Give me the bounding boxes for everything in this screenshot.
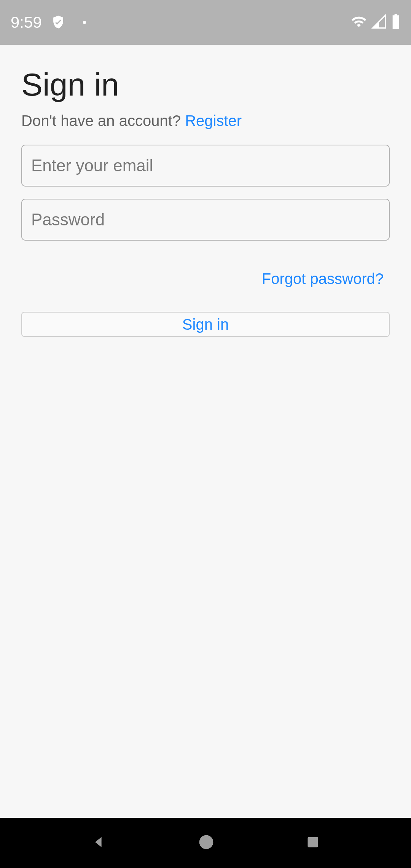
wifi-icon: [351, 14, 367, 31]
register-prompt-text: Don't have an account?: [21, 112, 185, 129]
email-field[interactable]: [21, 145, 390, 187]
forgot-password-link[interactable]: Forgot password?: [262, 270, 384, 287]
signin-button-label: Sign in: [182, 316, 229, 333]
status-left: 9:59: [11, 13, 86, 32]
nav-recent-button[interactable]: [306, 835, 320, 850]
nav-home-button[interactable]: [198, 834, 215, 852]
navigation-bar: [0, 818, 411, 868]
status-bar: 9:59: [0, 0, 411, 45]
shield-icon: [51, 14, 65, 30]
battery-icon: [391, 14, 400, 31]
main-content: Sign in Don't have an account? Register …: [0, 45, 411, 818]
signin-button[interactable]: Sign in: [21, 312, 390, 337]
password-field[interactable]: [21, 199, 390, 241]
status-right: [351, 14, 400, 31]
register-link[interactable]: Register: [185, 112, 242, 129]
svg-rect-1: [308, 837, 318, 847]
notification-dot-icon: [83, 21, 86, 24]
page-title: Sign in: [21, 66, 390, 103]
register-prompt-row: Don't have an account? Register: [21, 112, 390, 129]
forgot-password-row: Forgot password?: [21, 270, 384, 287]
cellular-signal-icon: [371, 14, 387, 31]
status-time: 9:59: [11, 13, 42, 32]
svg-point-0: [199, 835, 213, 849]
nav-back-button[interactable]: [91, 834, 107, 851]
